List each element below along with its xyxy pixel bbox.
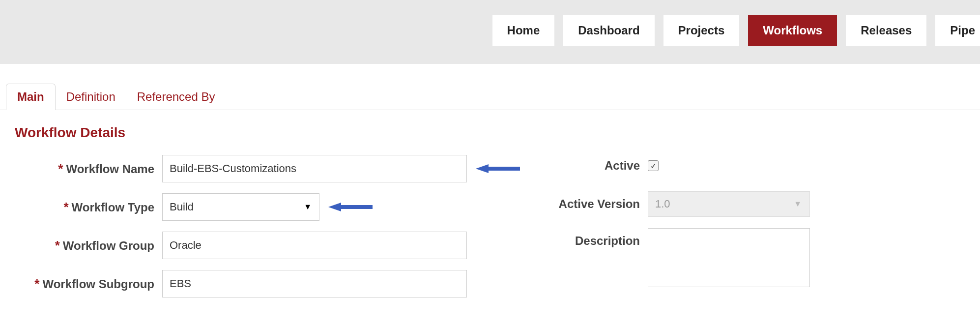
required-mark-icon: * [34, 276, 39, 291]
label-active: Active [549, 159, 648, 173]
active-checkbox[interactable]: ✓ [648, 160, 659, 171]
row-workflow-type: *Workflow Type ▼ [15, 193, 520, 221]
label-workflow-group: *Workflow Group [15, 238, 162, 253]
label-workflow-group-text: Workflow Group [63, 239, 154, 252]
required-mark-icon: * [55, 238, 60, 253]
workflow-type-value[interactable] [162, 193, 319, 221]
active-version-value: 1.0 [655, 198, 670, 210]
active-version-select[interactable]: 1.0 ▼ [648, 191, 810, 217]
tab-main[interactable]: Main [6, 84, 56, 110]
label-workflow-subgroup: *Workflow Subgroup [15, 276, 162, 292]
row-description: Description [549, 228, 815, 287]
label-workflow-name-text: Workflow Name [66, 162, 154, 176]
nav-projects[interactable]: Projects [663, 15, 740, 46]
label-workflow-type: *Workflow Type [15, 200, 162, 215]
row-workflow-name: *Workflow Name [15, 154, 520, 183]
row-active: Active ✓ [549, 151, 815, 180]
annotation-arrow-icon [328, 202, 373, 212]
label-workflow-subgroup-text: Workflow Subgroup [42, 277, 154, 291]
top-nav: Home Dashboard Projects Workflows Releas… [0, 0, 980, 64]
label-workflow-name: *Workflow Name [15, 161, 162, 177]
label-description: Description [549, 228, 648, 248]
workflow-type-select[interactable]: ▼ [162, 193, 319, 221]
nav-dashboard[interactable]: Dashboard [563, 15, 654, 46]
spacer [549, 125, 815, 151]
workflow-group-input[interactable] [162, 232, 467, 259]
tab-referenced-by[interactable]: Referenced By [126, 84, 226, 110]
chevron-down-icon: ▼ [794, 200, 802, 208]
workflow-name-input[interactable] [162, 155, 467, 182]
left-column: Workflow Details *Workflow Name *Workflo… [15, 125, 520, 308]
section-title: Workflow Details [15, 125, 520, 141]
nav-pipelines[interactable]: Pipe [935, 15, 980, 46]
annotation-arrow-icon [476, 163, 520, 174]
required-mark-icon: * [63, 200, 68, 214]
required-mark-icon: * [58, 161, 63, 176]
nav-workflows[interactable]: Workflows [748, 15, 837, 46]
workflow-subgroup-input[interactable] [162, 270, 467, 297]
tabs: Main Definition Referenced By [0, 84, 980, 110]
description-textarea[interactable] [648, 228, 810, 287]
svg-marker-1 [476, 164, 489, 173]
nav-home[interactable]: Home [492, 15, 555, 46]
nav-releases[interactable]: Releases [846, 15, 926, 46]
svg-marker-3 [328, 203, 341, 211]
tab-definition[interactable]: Definition [56, 84, 126, 110]
row-active-version: Active Version 1.0 ▼ [549, 190, 815, 218]
row-workflow-group: *Workflow Group [15, 231, 520, 260]
label-active-version: Active Version [549, 197, 648, 211]
content-area: Workflow Details *Workflow Name *Workflo… [0, 110, 980, 308]
right-column: Active ✓ Active Version 1.0 ▼ Descriptio… [549, 125, 815, 308]
label-workflow-type-text: Workflow Type [72, 201, 154, 214]
row-workflow-subgroup: *Workflow Subgroup [15, 269, 520, 298]
